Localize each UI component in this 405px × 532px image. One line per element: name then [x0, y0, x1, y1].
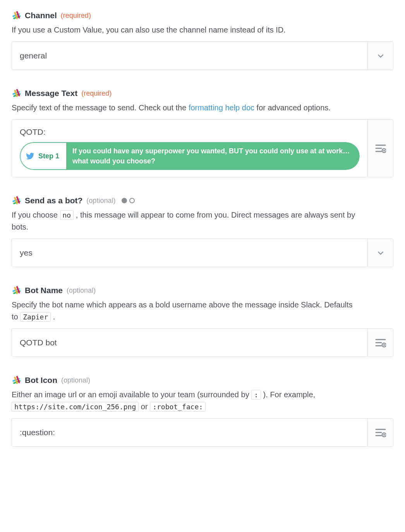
insert-data-button[interactable] — [367, 120, 393, 177]
form-page: Channel (required) If you use a Custom V… — [0, 0, 405, 462]
boolean-indicator — [122, 198, 135, 203]
field-send-as-bot: Send as a bot? (optional) If you choose … — [12, 196, 393, 267]
chevron-down-icon — [376, 51, 385, 60]
pill-source: Step 1 — [20, 142, 66, 170]
field-bot-name: Bot Name (optional) Specify the bot name… — [12, 286, 393, 357]
slack-icon — [12, 376, 21, 385]
insert-data-icon — [375, 338, 386, 347]
dropdown-toggle[interactable] — [367, 42, 393, 70]
insert-data-button[interactable] — [367, 329, 393, 357]
field-description: Either an image url or an emoji availabl… — [12, 389, 360, 413]
message-prefix-text: QOTD: — [20, 127, 46, 137]
bot-name-value: QOTD bot — [12, 329, 367, 357]
desc-text: ). For example, — [261, 390, 315, 399]
desc-text: Specify the bot name which appears as a … — [12, 300, 353, 321]
field-header: Message Text (required) — [12, 89, 393, 98]
field-description: If you choose no , this message will app… — [12, 209, 360, 233]
field-header: Send as a bot? (optional) — [12, 196, 393, 205]
field-channel: Channel (required) If you use a Custom V… — [12, 11, 393, 70]
field-label: Bot Icon — [25, 376, 57, 385]
inline-code: Zapier — [20, 312, 51, 322]
slack-icon — [12, 286, 21, 295]
insert-data-button[interactable] — [367, 419, 393, 446]
inline-code: :robot_face: — [150, 402, 206, 412]
inline-code: https://site.com/icon_256.png — [12, 402, 139, 412]
field-message-text: Message Text (required) Specify text of … — [12, 89, 393, 177]
optional-tag: (optional) — [86, 197, 115, 205]
channel-select[interactable]: general — [12, 41, 393, 70]
chevron-down-icon — [376, 249, 385, 257]
desc-text: Specify text of the message to send. Che… — [12, 103, 189, 112]
optional-tag: (optional) — [67, 287, 96, 295]
twitter-icon — [26, 152, 34, 160]
formatting-help-link[interactable]: formatting help doc — [189, 103, 254, 112]
field-header: Bot Icon (optional) — [12, 376, 393, 385]
field-label: Channel — [25, 11, 57, 20]
inline-code: : — [251, 390, 261, 400]
pill-step-label: Step 1 — [38, 152, 59, 160]
message-text-content: QOTD: Step 1 If you could have any super… — [12, 120, 367, 177]
dynamic-value-pill[interactable]: Step 1 If you could have any superpower … — [20, 142, 360, 170]
desc-text: . — [51, 312, 55, 321]
dropdown-toggle[interactable] — [367, 239, 393, 267]
pill-value-text: If you could have any superpower you wan… — [66, 142, 360, 170]
send-as-bot-select[interactable]: yes — [12, 239, 393, 267]
slack-icon — [12, 89, 21, 98]
field-label: Bot Name — [25, 286, 63, 295]
slack-icon — [12, 11, 21, 20]
field-description: If you use a Custom Value, you can also … — [12, 24, 360, 36]
message-text-input[interactable]: QOTD: Step 1 If you could have any super… — [12, 119, 393, 177]
desc-text: Either an image url or an emoji availabl… — [12, 390, 251, 399]
desc-text: or — [139, 402, 150, 411]
insert-data-icon — [375, 428, 386, 437]
required-tag: (required) — [81, 89, 112, 98]
field-label: Send as a bot? — [25, 196, 82, 205]
radio-empty-icon — [129, 198, 135, 203]
desc-text: If you choose — [12, 211, 60, 219]
send-as-bot-value: yes — [12, 239, 367, 267]
field-header: Bot Name (optional) — [12, 286, 393, 295]
channel-select-value: general — [12, 42, 367, 70]
field-label: Message Text — [25, 89, 77, 98]
desc-text: for advanced options. — [254, 103, 331, 112]
insert-data-icon — [375, 144, 386, 153]
field-bot-icon: Bot Icon (optional) Either an image url … — [12, 376, 393, 447]
optional-tag: (optional) — [61, 376, 90, 384]
bot-icon-value: :question: — [12, 419, 367, 446]
bot-name-input[interactable]: QOTD bot — [12, 328, 393, 357]
field-description: Specify the bot name which appears as a … — [12, 299, 360, 323]
slack-icon — [12, 196, 21, 205]
inline-code: no — [60, 210, 74, 220]
required-tag: (required) — [61, 12, 91, 20]
field-header: Channel (required) — [12, 11, 393, 20]
field-description: Specify text of the message to send. Che… — [12, 102, 360, 114]
bot-icon-input[interactable]: :question: — [12, 418, 393, 447]
radio-filled-icon — [122, 198, 127, 203]
